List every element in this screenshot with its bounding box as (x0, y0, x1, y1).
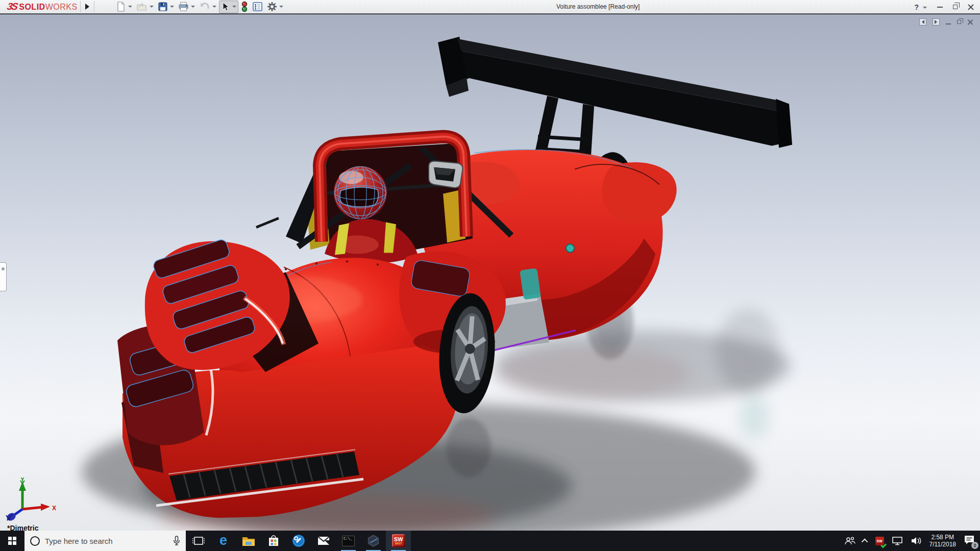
chevron-down-icon[interactable] (191, 6, 195, 10)
taskbar-search[interactable] (24, 531, 186, 551)
solidworks-tray-icon[interactable]: SW (875, 537, 884, 545)
quick-toolbar (114, 0, 285, 13)
action-center-button[interactable]: 2 (964, 535, 975, 547)
taskbar-app-solidworks[interactable]: SW 2017 (386, 531, 411, 551)
document-restore-button[interactable] (957, 20, 961, 24)
intake-scoop (429, 161, 462, 188)
options-button[interactable] (265, 1, 285, 13)
microphone-icon[interactable] (173, 536, 180, 546)
selection-filter-button[interactable] (239, 0, 250, 13)
windows-taskbar: e C:\_ SW 2017 SW (0, 531, 980, 551)
previous-window-button[interactable] (919, 18, 926, 26)
new-document-icon (116, 2, 126, 12)
chevron-down-icon[interactable] (279, 6, 283, 10)
search-input[interactable] (45, 537, 168, 545)
new-document-button[interactable] (114, 1, 134, 13)
mail-icon (317, 536, 330, 545)
hexagon-app-icon (368, 535, 380, 547)
open-folder-icon (136, 2, 148, 12)
taskbar-app-hexagon[interactable] (361, 531, 386, 551)
left-front-fender[interactable] (145, 238, 318, 372)
triad-x-label: X (52, 505, 56, 512)
undo-arrow-icon (199, 2, 210, 12)
print-button[interactable] (177, 1, 197, 13)
next-window-button[interactable] (933, 18, 940, 26)
network-icon[interactable] (892, 536, 903, 545)
brand-works: WORKS (45, 3, 78, 11)
menu-flyout-button[interactable] (83, 1, 91, 12)
help-button[interactable]: ? (914, 3, 919, 11)
hidden-icons-chevron[interactable] (861, 538, 868, 545)
save-button[interactable] (156, 1, 176, 13)
start-button[interactable] (0, 531, 24, 551)
taskbar-app-settings[interactable] (286, 531, 311, 551)
play-arrow-icon (85, 4, 89, 10)
separator (80, 1, 81, 12)
chevron-down-icon[interactable] (232, 6, 236, 10)
window-title: Voiture assomblee [Read-only] (556, 3, 640, 10)
system-tray: SW 2:58 PM 7/11/2018 2 (844, 531, 980, 551)
command-prompt-icon: C:\_ (342, 536, 355, 546)
traffic-light-icon (241, 1, 248, 12)
select-tool-button[interactable] (219, 1, 238, 13)
minimize-button[interactable] (937, 7, 943, 8)
taskbar-app-store[interactable] (261, 531, 286, 551)
store-icon (268, 535, 279, 547)
restore-button[interactable] (953, 5, 958, 9)
document-window-controls (919, 18, 973, 26)
taskbar-app-file-explorer[interactable] (236, 531, 261, 551)
document-minimize-button[interactable] (946, 23, 951, 24)
ds-logo-icon: 3S (6, 1, 18, 12)
titlebar: 3S SOLIDWORKS (0, 0, 980, 14)
brand-solid: SOLID (19, 3, 45, 11)
panel-dot-icon (2, 267, 5, 270)
solidworks-app-icon: SW 2017 (392, 534, 405, 547)
arrow-right-icon (935, 20, 939, 24)
check-icon (880, 542, 886, 548)
graphics-viewport[interactable]: Y X *Dimetric (0, 14, 980, 531)
car-model[interactable] (0, 14, 980, 531)
clock-date: 7/11/2018 (929, 541, 957, 548)
clock-time: 2:58 PM (929, 534, 957, 541)
save-floppy-icon (158, 2, 168, 12)
taskbar-app-command-prompt[interactable]: C:\_ (336, 531, 361, 551)
solidworks-window: 3S SOLIDWORKS (0, 0, 980, 551)
solidworks-logo: 3S SOLIDWORKS (7, 1, 78, 12)
windows-logo-icon (8, 537, 16, 545)
undo-button[interactable] (198, 1, 218, 13)
edge-icon: e (219, 534, 227, 547)
task-view-icon (192, 536, 205, 545)
select-cursor-icon (221, 2, 230, 12)
volume-icon[interactable] (911, 536, 922, 545)
document-close-button[interactable] (967, 19, 973, 25)
display-list-icon (252, 2, 263, 12)
display-settings-button[interactable] (251, 1, 264, 13)
chevron-down-icon[interactable] (150, 6, 154, 10)
chevron-down-icon[interactable] (212, 6, 216, 10)
separator (94, 1, 94, 12)
gear-icon (267, 2, 277, 12)
wrench-circle-icon (292, 534, 305, 547)
reference-triad: Y X (5, 478, 58, 521)
people-icon[interactable] (844, 537, 855, 545)
taskbar-app-edge[interactable]: e (211, 531, 236, 551)
notification-badge: 2 (971, 542, 978, 549)
taskbar-app-mail[interactable] (311, 531, 336, 551)
feature-panel-tab[interactable] (0, 262, 7, 291)
window-controls: ? (914, 0, 974, 14)
view-orientation-label: *Dimetric (7, 524, 38, 531)
chevron-down-icon[interactable] (128, 6, 132, 10)
chevron-down-icon[interactable] (923, 7, 927, 11)
arrow-left-icon (920, 20, 924, 24)
chevron-down-icon[interactable] (170, 6, 174, 10)
file-explorer-icon (242, 536, 255, 546)
print-icon (178, 2, 189, 12)
cortana-icon (30, 536, 40, 546)
taskbar-clock[interactable]: 2:58 PM 7/11/2018 (929, 534, 957, 548)
close-button[interactable] (968, 4, 974, 10)
open-button[interactable] (135, 1, 155, 13)
triad-y-label: Y (20, 478, 24, 483)
task-view-button[interactable] (186, 531, 211, 551)
